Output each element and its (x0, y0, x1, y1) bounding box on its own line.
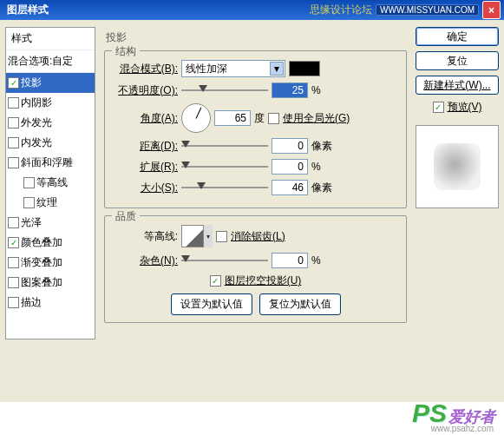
spread-unit: % (311, 161, 321, 173)
style-item-label: 外发光 (21, 115, 52, 130)
checkbox-icon[interactable] (8, 297, 19, 308)
opacity-label: 不透明度(O): (112, 83, 178, 98)
noise-input[interactable]: 0 (272, 253, 308, 268)
style-item-label: 光泽 (21, 215, 42, 230)
style-item-label: 颜色叠加 (21, 235, 62, 250)
url-badge: WWW.MISSYUAN.COM (376, 4, 479, 16)
section-heading: 投影 (101, 27, 410, 50)
distance-input[interactable]: 0 (272, 138, 308, 154)
style-item-contour[interactable]: 等高线 (6, 173, 95, 193)
structure-fieldset: 结构 混合模式(B): 线性加深 ▾ 不透明度(O): 25 % 角度(A): … (104, 50, 407, 208)
checkbox-icon[interactable] (8, 157, 19, 168)
angle-unit: 度 (254, 111, 265, 126)
styles-header[interactable]: 样式 (6, 28, 95, 50)
style-item-bevel[interactable]: 斜面和浮雕 (6, 153, 95, 173)
style-item-outerglow[interactable]: 外发光 (6, 113, 95, 133)
opacity-input[interactable]: 25 (272, 82, 308, 98)
style-item-label: 斜面和浮雕 (21, 155, 73, 170)
preview-thumbnail (434, 143, 481, 190)
angle-label: 角度(A): (112, 111, 178, 126)
blendmode-value: 线性加深 (186, 62, 227, 76)
checkbox-icon[interactable] (23, 177, 35, 188)
size-unit: 像素 (311, 181, 332, 195)
style-item-patternoverlay[interactable]: 图案叠加 (6, 273, 95, 293)
style-item-label: 内发光 (21, 135, 52, 150)
distance-slider[interactable] (181, 139, 268, 153)
style-item-label: 渐变叠加 (21, 255, 62, 270)
quality-legend: 品质 (112, 209, 140, 224)
size-slider[interactable] (181, 181, 268, 194)
antialias-checkbox[interactable] (216, 231, 227, 242)
knockout-label[interactable]: 图层挖空投影(U) (225, 274, 302, 288)
new-style-button[interactable]: 新建样式(W)... (416, 76, 499, 95)
size-label: 大小(S): (112, 181, 178, 195)
spread-label: 扩展(R): (112, 160, 178, 175)
spread-slider[interactable] (181, 160, 268, 174)
style-item-label: 纹理 (36, 195, 57, 210)
blendmode-label: 混合模式(B): (112, 62, 178, 76)
shadow-color-swatch[interactable] (289, 61, 320, 76)
style-item-innershadow[interactable]: 内阴影 (6, 93, 95, 113)
style-item-innerglow[interactable]: 内发光 (6, 133, 95, 153)
style-item-coloroverlay[interactable]: 颜色叠加 (6, 233, 95, 253)
make-default-button[interactable]: 设置为默认值 (171, 293, 252, 315)
angle-dial[interactable] (181, 103, 211, 133)
checkbox-icon[interactable] (8, 217, 19, 228)
noise-unit: % (311, 254, 321, 267)
contour-picker[interactable]: ▾ (181, 225, 213, 247)
ok-button[interactable]: 确定 (416, 27, 499, 46)
close-icon[interactable]: × (482, 1, 501, 19)
cancel-button[interactable]: 复位 (416, 51, 499, 70)
reset-default-button[interactable]: 复位为默认值 (259, 293, 341, 315)
distance-unit: 像素 (311, 139, 332, 154)
checkbox-icon[interactable] (8, 277, 19, 288)
checkbox-icon[interactable] (8, 257, 19, 268)
checkbox-icon[interactable] (8, 77, 19, 89)
knockout-checkbox[interactable] (210, 275, 221, 287)
blendmode-select[interactable]: 线性加深 ▾ (181, 60, 285, 77)
size-input[interactable]: 46 (272, 180, 308, 195)
style-item-label: 图案叠加 (21, 275, 62, 290)
chevron-down-icon: ▾ (203, 225, 213, 247)
preview-box (416, 125, 499, 208)
checkbox-icon[interactable] (8, 117, 19, 129)
style-item-dropshadow[interactable]: 投影 (6, 73, 95, 93)
style-item-gradientoverlay[interactable]: 渐变叠加 (6, 253, 95, 273)
blend-options-item[interactable]: 混合选项:自定 (6, 50, 95, 73)
distance-label: 距离(D): (112, 139, 178, 154)
quality-fieldset: 品质 等高线: ▾ 消除锯齿(L) 杂色(N): 0 % 图层挖空投影(U) 设… (104, 215, 407, 323)
titlebar: 图层样式 思缘设计论坛 WWW.MISSYUAN.COM × (0, 0, 504, 20)
opacity-unit: % (311, 84, 321, 96)
global-light-label[interactable]: 使用全局光(G) (283, 111, 350, 126)
checkbox-icon[interactable] (8, 137, 19, 148)
spread-input[interactable]: 0 (272, 159, 308, 175)
noise-slider[interactable] (181, 254, 268, 267)
angle-input[interactable]: 65 (214, 110, 251, 126)
style-item-stroke[interactable]: 描边 (6, 293, 95, 313)
styles-column: 样式 混合选项:自定 投影 内阴影 外发光 内发光 斜面和浮雕 (5, 27, 95, 395)
checkbox-icon[interactable] (8, 97, 19, 109)
style-item-label: 内阴影 (21, 96, 52, 110)
window-title: 图层样式 (3, 3, 49, 17)
style-item-texture[interactable]: 纹理 (6, 193, 95, 213)
global-light-checkbox[interactable] (268, 113, 279, 124)
checkbox-icon[interactable] (8, 237, 19, 248)
forum-text: 思缘设计论坛 (310, 3, 372, 17)
style-item-satin[interactable]: 光泽 (6, 213, 95, 233)
settings-column: 投影 结构 混合模式(B): 线性加深 ▾ 不透明度(O): 25 % 角度(A… (101, 27, 410, 395)
styles-list: 样式 混合选项:自定 投影 内阴影 外发光 内发光 斜面和浮雕 (5, 27, 95, 339)
preview-checkbox[interactable] (433, 102, 444, 113)
style-item-label: 等高线 (36, 175, 68, 190)
noise-label: 杂色(N): (112, 254, 178, 268)
checkbox-icon[interactable] (23, 197, 35, 208)
style-item-label: 描边 (21, 295, 42, 310)
chevron-down-icon: ▾ (270, 62, 284, 76)
watermark-url: www.psahz.com (431, 424, 494, 433)
contour-label: 等高线: (112, 229, 178, 244)
opacity-slider[interactable] (181, 83, 268, 97)
right-column: 确定 复位 新建样式(W)... 预览(V) (416, 27, 499, 395)
structure-legend: 结构 (112, 44, 140, 59)
preview-label[interactable]: 预览(V) (448, 100, 482, 115)
style-item-label: 投影 (21, 76, 42, 90)
antialias-label[interactable]: 消除锯齿(L) (231, 229, 285, 244)
